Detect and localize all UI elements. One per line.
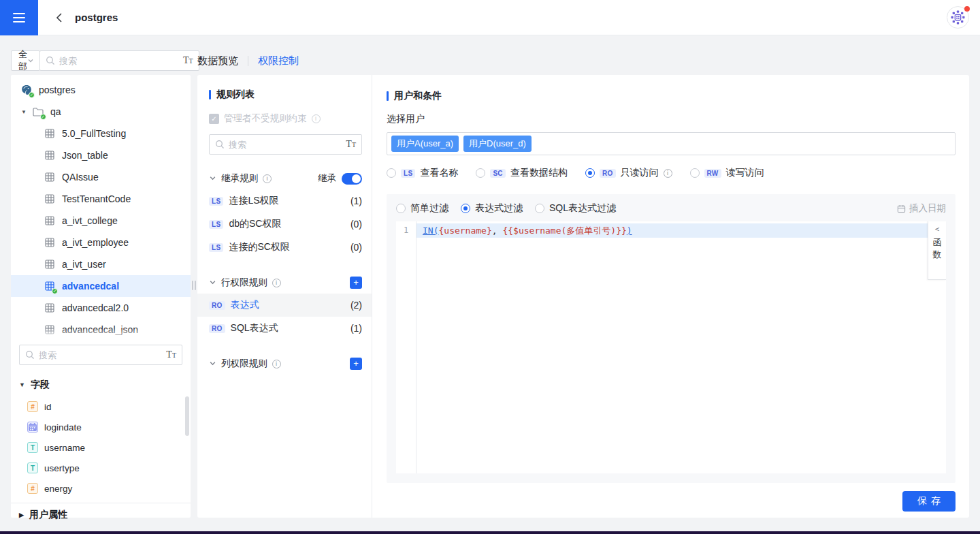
tree-item-a-ivt-employee[interactable]: a_ivt_employee: [11, 232, 191, 253]
tree-item-advancedcal[interactable]: ✓advancedcal: [11, 275, 191, 297]
menu-button[interactable]: [0, 0, 38, 35]
tree-item-label: qa: [50, 106, 61, 117]
scope-select-value: 全部: [18, 48, 27, 73]
rule-search-input[interactable]: [225, 140, 346, 150]
filter-mode-radio-0[interactable]: 简单过滤: [396, 202, 448, 215]
calendar-icon: [897, 204, 906, 213]
rule-search: TT: [209, 134, 362, 155]
app-logo-icon[interactable]: [947, 6, 969, 29]
radio-icon: [387, 168, 396, 178]
rule-item-label: 表达式: [231, 299, 259, 311]
insert-date-button[interactable]: 插入日期: [897, 202, 946, 215]
user-select-input[interactable]: 用户A(user_a)用户D(user_d): [387, 132, 956, 155]
field-item-energy[interactable]: #energy: [19, 478, 182, 499]
caret-down-icon[interactable]: [209, 172, 216, 185]
checkbox-checked-disabled[interactable]: ✓: [209, 114, 219, 124]
user-attributes-section-header[interactable]: ▶ 用户属性: [19, 503, 182, 526]
field-name: usertype: [44, 463, 80, 473]
info-icon[interactable]: i: [263, 174, 272, 183]
tree-item-a-ivt-college[interactable]: a_ivt_college: [11, 210, 191, 232]
info-icon[interactable]: i: [272, 279, 281, 287]
rule-item--[interactable]: RO表达式(2): [197, 294, 372, 317]
code-token-variable: {username}: [438, 225, 491, 236]
rule-group-actions: +: [350, 277, 362, 289]
chevron-down-icon: [27, 57, 34, 64]
permission-badge: RO: [600, 169, 616, 178]
field-search-input[interactable]: [35, 350, 166, 360]
add-rule-button[interactable]: +: [350, 358, 362, 370]
permission-radio-ro[interactable]: RO只读访问i: [585, 167, 672, 179]
tab-permission-control[interactable]: 权限控制: [258, 54, 299, 67]
rule-groups: 继承规则i继承LS连接LS权限(1)LSdb的SC权限(0)LS连接的SC权限(…: [209, 172, 362, 371]
fields-area: TT ▼ 字段 #idlogindateTusernameTusertype#e…: [11, 339, 191, 526]
tree-search-input[interactable]: [55, 56, 183, 66]
inherit-toggle[interactable]: [342, 173, 362, 185]
tree-item-postgres[interactable]: ✓postgres: [11, 79, 191, 101]
match-case-icon[interactable]: TT: [346, 139, 356, 150]
match-case-icon[interactable]: TT: [166, 349, 176, 360]
info-icon[interactable]: i: [312, 114, 321, 123]
code-line-active[interactable]: IN({username}, {{$username(多值单引号)}}): [416, 223, 946, 238]
filter-mode-radio-1[interactable]: 表达式过滤: [461, 202, 523, 215]
user-tag[interactable]: 用户D(user_d): [463, 136, 532, 152]
info-icon[interactable]: i: [664, 169, 672, 178]
save-row: 保存: [387, 491, 956, 512]
tree-item-label: advancedcal2.0: [62, 302, 129, 313]
field-item-username[interactable]: Tusername: [19, 437, 182, 458]
code-token-variable: {{$username(多值单引号)}}: [502, 225, 626, 236]
user-tag[interactable]: 用户A(user_a): [391, 136, 459, 152]
info-icon[interactable]: i: [272, 360, 281, 368]
match-case-icon[interactable]: TT: [183, 55, 193, 66]
radio-icon: [690, 168, 700, 178]
permission-radio-rw[interactable]: RW读写访问: [690, 167, 764, 179]
add-rule-button[interactable]: +: [350, 277, 362, 289]
tree-item-advancedcal2-0[interactable]: advancedcal2.0: [11, 297, 191, 319]
rule-item-sql-[interactable]: ROSQL表达式(1): [209, 317, 362, 340]
rule-item-db-sc-[interactable]: LSdb的SC权限(0): [209, 213, 362, 236]
tree-item-label: TestTenantCode: [62, 193, 131, 204]
permission-radio-sc[interactable]: SC查看数据结构: [476, 167, 568, 179]
field-search: TT: [19, 345, 182, 365]
radio-icon: [461, 204, 470, 213]
caret-down-icon[interactable]: [209, 277, 216, 289]
tree-item-label: postgres: [39, 84, 76, 95]
rule-group-header-0: 继承规则i继承: [209, 172, 362, 185]
caret-down-icon[interactable]: ▼: [21, 109, 31, 115]
scrollbar[interactable]: [185, 396, 189, 436]
tree-item-label: advancedcal: [62, 281, 119, 292]
table-icon: [44, 149, 56, 161]
panel-resize-handle[interactable]: [191, 278, 197, 293]
field-type-number-icon: #: [27, 401, 38, 412]
filter-mode-radio-2[interactable]: SQL表达式过滤: [535, 202, 616, 215]
caret-down-icon[interactable]: [209, 358, 216, 370]
rule-group-header-1: 行权限规则i+: [209, 276, 362, 289]
permission-radio-ls[interactable]: LS查看名称: [387, 167, 458, 179]
fields-section-header[interactable]: ▼ 字段: [19, 379, 182, 391]
tab-data-preview[interactable]: 数据预览: [197, 54, 238, 67]
function-panel-toggle[interactable]: < 函数: [928, 221, 946, 280]
field-item-logindate[interactable]: logindate: [19, 417, 182, 437]
rule-item--sc-[interactable]: LS连接的SC权限(0): [209, 236, 362, 259]
tree-item-a-ivt-user[interactable]: a_ivt_user: [11, 253, 191, 275]
scope-select[interactable]: 全部: [11, 50, 40, 71]
tree-item-qaissue[interactable]: QAIssue: [11, 166, 191, 188]
field-item-usertype[interactable]: Tusertype: [19, 458, 182, 478]
table-icon: [44, 171, 56, 183]
radio-icon: [476, 168, 485, 178]
tree-item-qa[interactable]: ▼✓qa: [11, 101, 191, 123]
permission-label: 只读访问: [621, 167, 659, 179]
rule-group-title: 行权限规则: [221, 277, 267, 289]
permission-label: 读写访问: [726, 167, 764, 179]
back-button[interactable]: [56, 12, 63, 23]
field-item-id[interactable]: #id: [19, 396, 182, 417]
search-icon: [215, 140, 225, 149]
rule-type-badge: LS: [209, 243, 223, 252]
tree-item-5-0-fulltesting[interactable]: 5.0_FullTesting: [11, 123, 191, 144]
tree-item-json-table[interactable]: Json_table: [11, 144, 191, 166]
save-button[interactable]: 保存: [902, 491, 956, 512]
tree-item-testtenantcode[interactable]: TestTenantCode: [11, 188, 191, 210]
rule-item--ls-[interactable]: LS连接LS权限(1): [209, 189, 362, 213]
expression-editor[interactable]: 1 IN({username}, {{$username(多值单引号)}}) <…: [396, 221, 946, 473]
rule-group-title: 继承规则: [221, 172, 258, 185]
editor-code-area[interactable]: IN({username}, {{$username(多值单引号)}}): [416, 221, 946, 473]
